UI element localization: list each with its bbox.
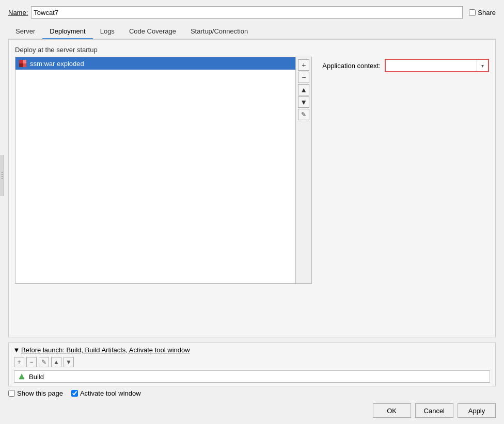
deploy-item[interactable]: ssm:war exploded xyxy=(15,57,295,70)
activate-tool-checkbox-label[interactable]: Activate tool window xyxy=(71,389,141,397)
tab-deployment[interactable]: Deployment xyxy=(42,24,92,39)
before-launch-remove-button[interactable]: − xyxy=(26,357,37,367)
before-launch-title: Before launch: Build, Build Artifacts, A… xyxy=(21,346,190,354)
share-area: Share xyxy=(469,9,496,17)
app-context-dropdown-button[interactable]: ▾ xyxy=(477,60,488,71)
app-context-input[interactable] xyxy=(386,60,477,71)
tab-logs[interactable]: Logs xyxy=(93,24,122,39)
move-down-button[interactable]: ▼ xyxy=(298,96,309,108)
tab-startup-connection[interactable]: Startup/Connection xyxy=(183,24,255,39)
collapse-icon[interactable]: ▼ xyxy=(14,348,19,353)
svg-marker-0 xyxy=(19,374,24,379)
before-launch-edit-button[interactable]: ✎ xyxy=(39,357,49,367)
before-launch-toolbar: + − ✎ ▲ ▼ xyxy=(14,357,490,367)
name-label: Name: xyxy=(8,9,28,17)
cancel-button[interactable]: Cancel xyxy=(415,403,453,418)
deploy-label: Deploy at the server startup xyxy=(15,46,489,54)
activate-tool-label: Activate tool window xyxy=(80,389,141,397)
footer: OK Cancel Apply xyxy=(8,397,496,418)
before-launch-add-button[interactable]: + xyxy=(14,357,24,367)
add-deploy-button[interactable]: + xyxy=(298,59,309,71)
show-page-checkbox[interactable] xyxy=(8,390,15,397)
bottom-checkboxes: Show this page Activate tool window xyxy=(8,389,496,397)
share-checkbox[interactable] xyxy=(469,9,476,16)
deploy-list: ssm:war exploded xyxy=(15,57,295,283)
move-up-button[interactable]: ▲ xyxy=(298,84,309,95)
edit-deploy-button[interactable]: ✎ xyxy=(298,109,309,120)
build-icon xyxy=(18,372,26,381)
app-context-label: Application context: xyxy=(322,62,381,70)
deploy-item-label: ssm:war exploded xyxy=(30,60,84,68)
list-buttons: + − ▲ ▼ ✎ xyxy=(295,57,311,283)
before-launch-up-button[interactable]: ▲ xyxy=(51,357,61,367)
tab-code-coverage[interactable]: Code Coverage xyxy=(122,24,183,39)
app-context-row: Application context: ▾ xyxy=(322,59,489,72)
header-row: Name: Share xyxy=(8,6,496,19)
tabs-bar: Server Deployment Logs Code Coverage Sta… xyxy=(8,24,496,39)
build-list: Build xyxy=(14,370,490,383)
remove-deploy-button[interactable]: − xyxy=(298,72,309,83)
before-launch-down-button[interactable]: ▼ xyxy=(64,357,74,367)
deploy-list-area: ssm:war exploded + − ▲ ▼ ✎ xyxy=(15,57,312,284)
app-context-combo: ▾ xyxy=(385,59,489,72)
tab-server[interactable]: Server xyxy=(8,24,42,39)
app-context-area: Application context: ▾ xyxy=(312,57,489,331)
main-content: Deploy at the server startup ssm:war exp… xyxy=(8,39,496,337)
ok-button[interactable]: OK xyxy=(373,403,411,418)
build-item-label: Build xyxy=(29,373,44,381)
share-label: Share xyxy=(478,9,496,17)
before-launch-section: ▼ Before launch: Build, Build Artifacts,… xyxy=(8,343,496,386)
artifact-icon xyxy=(19,59,27,68)
show-page-checkbox-label[interactable]: Show this page xyxy=(8,389,63,397)
show-page-label: Show this page xyxy=(17,389,63,397)
build-item[interactable]: Build xyxy=(14,371,490,382)
deploy-row: ssm:war exploded + − ▲ ▼ ✎ Appli xyxy=(15,57,489,331)
deploy-section: Deploy at the server startup ssm:war exp… xyxy=(15,46,489,331)
activate-tool-checkbox[interactable] xyxy=(71,390,78,397)
name-input[interactable] xyxy=(31,6,463,19)
before-launch-header: ▼ Before launch: Build, Build Artifacts,… xyxy=(14,346,490,354)
apply-button[interactable]: Apply xyxy=(458,403,496,418)
